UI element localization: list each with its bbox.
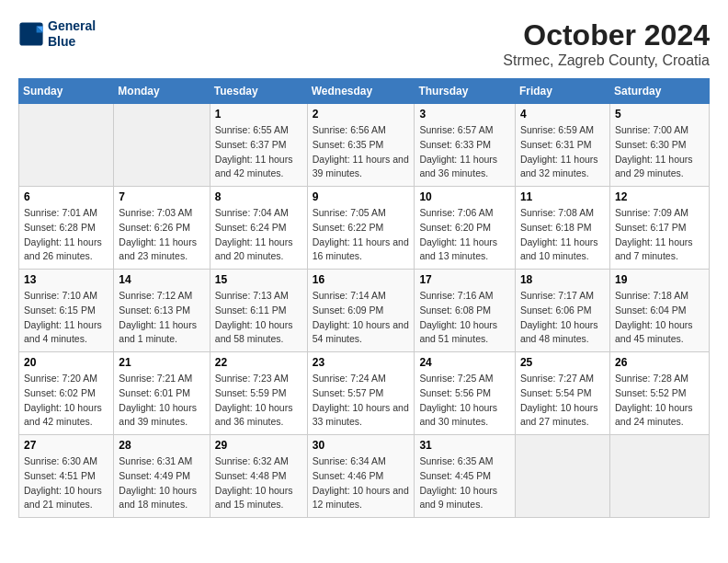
calendar-cell: 30Sunrise: 6:34 AM Sunset: 4:46 PM Dayli…	[307, 435, 415, 518]
day-info: Sunrise: 7:04 AM Sunset: 6:24 PM Dayligh…	[215, 206, 302, 264]
calendar-cell: 2Sunrise: 6:56 AM Sunset: 6:35 PM Daylig…	[307, 104, 415, 187]
day-header: Sunday	[19, 79, 114, 104]
day-info: Sunrise: 7:18 AM Sunset: 6:04 PM Dayligh…	[615, 289, 704, 347]
calendar-week-row: 1Sunrise: 6:55 AM Sunset: 6:37 PM Daylig…	[19, 104, 710, 187]
calendar-cell: 11Sunrise: 7:08 AM Sunset: 6:18 PM Dayli…	[515, 187, 609, 270]
logo-line1: General	[48, 18, 96, 33]
day-info: Sunrise: 6:30 AM Sunset: 4:51 PM Dayligh…	[24, 454, 108, 512]
day-info: Sunrise: 7:23 AM Sunset: 5:59 PM Dayligh…	[215, 372, 302, 430]
calendar-cell: 21Sunrise: 7:21 AM Sunset: 6:01 PM Dayli…	[114, 352, 210, 435]
calendar-table: SundayMondayTuesdayWednesdayThursdayFrid…	[18, 78, 710, 518]
day-info: Sunrise: 7:13 AM Sunset: 6:11 PM Dayligh…	[215, 289, 302, 347]
day-info: Sunrise: 7:06 AM Sunset: 6:20 PM Dayligh…	[419, 206, 510, 264]
day-number: 24	[419, 356, 510, 369]
day-number: 16	[313, 273, 410, 286]
calendar-cell: 12Sunrise: 7:09 AM Sunset: 6:17 PM Dayli…	[609, 187, 709, 270]
day-number: 27	[24, 439, 108, 452]
calendar-cell: 31Sunrise: 6:35 AM Sunset: 4:45 PM Dayli…	[415, 435, 516, 518]
day-number: 1	[215, 108, 302, 121]
day-header: Friday	[515, 79, 609, 104]
day-number: 19	[615, 273, 704, 286]
day-info: Sunrise: 7:17 AM Sunset: 6:06 PM Dayligh…	[520, 289, 605, 347]
day-number: 29	[215, 439, 302, 452]
day-info: Sunrise: 6:59 AM Sunset: 6:31 PM Dayligh…	[520, 123, 605, 181]
calendar-cell: 5Sunrise: 7:00 AM Sunset: 6:30 PM Daylig…	[609, 104, 709, 187]
day-info: Sunrise: 7:10 AM Sunset: 6:15 PM Dayligh…	[24, 289, 108, 347]
logo-icon	[18, 21, 44, 47]
day-info: Sunrise: 7:08 AM Sunset: 6:18 PM Dayligh…	[520, 206, 605, 264]
calendar-cell	[609, 435, 709, 518]
day-info: Sunrise: 6:31 AM Sunset: 4:49 PM Dayligh…	[119, 454, 204, 512]
day-number: 4	[520, 108, 605, 121]
day-info: Sunrise: 7:14 AM Sunset: 6:09 PM Dayligh…	[313, 289, 410, 347]
day-header: Thursday	[415, 79, 516, 104]
calendar-cell: 4Sunrise: 6:59 AM Sunset: 6:31 PM Daylig…	[515, 104, 609, 187]
calendar-cell: 9Sunrise: 7:05 AM Sunset: 6:22 PM Daylig…	[307, 187, 415, 270]
page-header: General Blue October 2024 Strmec, Zagreb…	[18, 18, 710, 69]
day-info: Sunrise: 6:56 AM Sunset: 6:35 PM Dayligh…	[313, 123, 410, 181]
day-number: 25	[520, 356, 605, 369]
calendar-cell: 7Sunrise: 7:03 AM Sunset: 6:26 PM Daylig…	[114, 187, 210, 270]
svg-rect-0	[19, 22, 42, 45]
calendar-cell: 28Sunrise: 6:31 AM Sunset: 4:49 PM Dayli…	[114, 435, 210, 518]
day-info: Sunrise: 7:28 AM Sunset: 5:52 PM Dayligh…	[615, 372, 704, 430]
day-number: 7	[119, 190, 204, 203]
calendar-week-row: 6Sunrise: 7:01 AM Sunset: 6:28 PM Daylig…	[19, 187, 710, 270]
day-info: Sunrise: 6:55 AM Sunset: 6:37 PM Dayligh…	[215, 123, 302, 181]
calendar-cell: 6Sunrise: 7:01 AM Sunset: 6:28 PM Daylig…	[19, 187, 114, 270]
day-number: 31	[419, 439, 510, 452]
day-header: Monday	[114, 79, 210, 104]
calendar-cell: 18Sunrise: 7:17 AM Sunset: 6:06 PM Dayli…	[515, 270, 609, 352]
month-title: October 2024	[503, 18, 710, 52]
day-number: 10	[419, 190, 510, 203]
day-number: 15	[215, 273, 302, 286]
day-info: Sunrise: 7:09 AM Sunset: 6:17 PM Dayligh…	[615, 206, 704, 264]
calendar-cell	[114, 104, 210, 187]
day-number: 12	[615, 190, 704, 203]
logo-line2: Blue	[48, 34, 75, 49]
calendar-cell: 24Sunrise: 7:25 AM Sunset: 5:56 PM Dayli…	[415, 352, 516, 435]
day-number: 17	[419, 273, 510, 286]
day-header: Tuesday	[210, 79, 307, 104]
day-info: Sunrise: 6:32 AM Sunset: 4:48 PM Dayligh…	[215, 454, 302, 512]
calendar-cell: 26Sunrise: 7:28 AM Sunset: 5:52 PM Dayli…	[609, 352, 709, 435]
day-number: 2	[313, 108, 410, 121]
day-number: 26	[615, 356, 704, 369]
day-info: Sunrise: 7:21 AM Sunset: 6:01 PM Dayligh…	[119, 372, 204, 430]
calendar-cell: 8Sunrise: 7:04 AM Sunset: 6:24 PM Daylig…	[210, 187, 307, 270]
day-info: Sunrise: 7:03 AM Sunset: 6:26 PM Dayligh…	[119, 206, 204, 264]
day-header: Wednesday	[307, 79, 415, 104]
day-number: 11	[520, 190, 605, 203]
calendar-cell: 15Sunrise: 7:13 AM Sunset: 6:11 PM Dayli…	[210, 270, 307, 352]
calendar-cell: 27Sunrise: 6:30 AM Sunset: 4:51 PM Dayli…	[19, 435, 114, 518]
location-title: Strmec, Zagreb County, Croatia	[503, 52, 710, 69]
day-number: 21	[119, 356, 204, 369]
logo: General Blue	[18, 18, 96, 50]
calendar-cell: 1Sunrise: 6:55 AM Sunset: 6:37 PM Daylig…	[210, 104, 307, 187]
day-info: Sunrise: 7:12 AM Sunset: 6:13 PM Dayligh…	[119, 289, 204, 347]
calendar-cell: 17Sunrise: 7:16 AM Sunset: 6:08 PM Dayli…	[415, 270, 516, 352]
day-info: Sunrise: 7:01 AM Sunset: 6:28 PM Dayligh…	[24, 206, 108, 264]
day-info: Sunrise: 7:20 AM Sunset: 6:02 PM Dayligh…	[24, 372, 108, 430]
day-info: Sunrise: 7:24 AM Sunset: 5:57 PM Dayligh…	[313, 372, 410, 430]
day-number: 18	[520, 273, 605, 286]
calendar-week-row: 20Sunrise: 7:20 AM Sunset: 6:02 PM Dayli…	[19, 352, 710, 435]
title-block: October 2024 Strmec, Zagreb County, Croa…	[503, 18, 710, 69]
day-info: Sunrise: 7:25 AM Sunset: 5:56 PM Dayligh…	[419, 372, 510, 430]
calendar-week-row: 13Sunrise: 7:10 AM Sunset: 6:15 PM Dayli…	[19, 270, 710, 352]
calendar-cell: 16Sunrise: 7:14 AM Sunset: 6:09 PM Dayli…	[307, 270, 415, 352]
calendar-body: 1Sunrise: 6:55 AM Sunset: 6:37 PM Daylig…	[19, 104, 710, 518]
calendar-cell: 14Sunrise: 7:12 AM Sunset: 6:13 PM Dayli…	[114, 270, 210, 352]
calendar-cell: 23Sunrise: 7:24 AM Sunset: 5:57 PM Dayli…	[307, 352, 415, 435]
day-info: Sunrise: 7:27 AM Sunset: 5:54 PM Dayligh…	[520, 372, 605, 430]
calendar-cell: 22Sunrise: 7:23 AM Sunset: 5:59 PM Dayli…	[210, 352, 307, 435]
day-number: 23	[313, 356, 410, 369]
day-number: 5	[615, 108, 704, 121]
day-number: 22	[215, 356, 302, 369]
calendar-header-row: SundayMondayTuesdayWednesdayThursdayFrid…	[19, 79, 710, 104]
day-info: Sunrise: 6:34 AM Sunset: 4:46 PM Dayligh…	[313, 454, 410, 512]
calendar-cell: 13Sunrise: 7:10 AM Sunset: 6:15 PM Dayli…	[19, 270, 114, 352]
calendar-cell: 25Sunrise: 7:27 AM Sunset: 5:54 PM Dayli…	[515, 352, 609, 435]
day-number: 8	[215, 190, 302, 203]
day-number: 28	[119, 439, 204, 452]
